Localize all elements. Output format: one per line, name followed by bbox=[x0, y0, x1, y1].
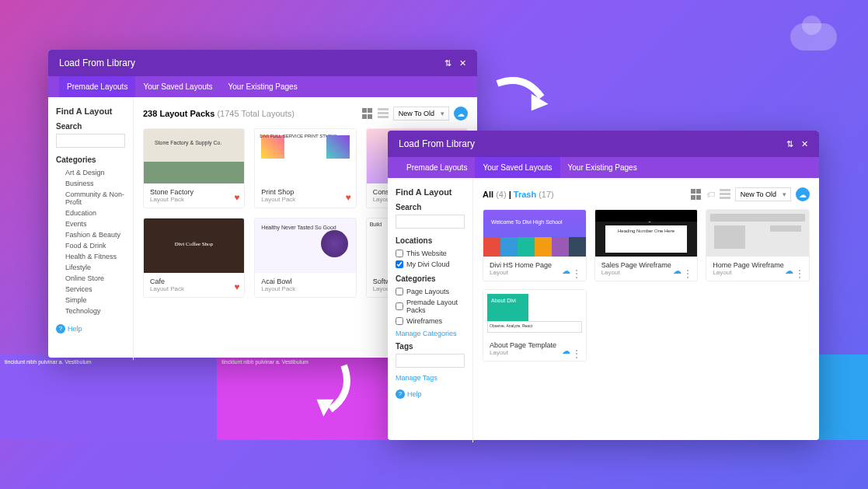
card-thumbnail: Welcome To Divi High School bbox=[483, 210, 586, 257]
layout-card[interactable]: DIVI FULL SERVICE PRINT STUDIO Print Sho… bbox=[254, 128, 356, 208]
cat-premade-packs[interactable]: Premade Layout Packs bbox=[396, 297, 465, 316]
tab-existing-pages[interactable]: Your Existing Pages bbox=[221, 76, 305, 97]
help-link[interactable]: Help bbox=[396, 389, 465, 399]
tags-input[interactable] bbox=[396, 354, 465, 368]
categories-label: Categories bbox=[56, 155, 125, 164]
manage-categories-link[interactable]: Manage Categories bbox=[396, 330, 465, 337]
search-label: Search bbox=[56, 122, 125, 131]
close-icon[interactable]: ✕ bbox=[459, 58, 466, 68]
cat-item[interactable]: Lifestyle bbox=[56, 262, 125, 273]
layout-card[interactable]: Healthy Never Tasted So Good Acai BowlLa… bbox=[254, 218, 356, 298]
cat-item[interactable]: Food & Drink bbox=[56, 240, 125, 251]
card-thumbnail: Stone Factory & Supply Co. bbox=[144, 129, 244, 183]
arrow-illustration bbox=[303, 358, 357, 428]
sidebar: Find A Layout Search + Filter Categories… bbox=[48, 97, 134, 360]
sort-dropdown[interactable]: New To Old bbox=[735, 187, 791, 201]
sidebar: Find A Layout Search + Filter Locations … bbox=[388, 178, 473, 442]
layout-count: 238 Layout Packs (1745 Total Layouts) bbox=[143, 109, 295, 118]
tab-premade-layouts[interactable]: Premade Layouts bbox=[399, 157, 475, 178]
decorative-cloud bbox=[790, 23, 837, 51]
location-this-website[interactable]: This Website bbox=[396, 248, 465, 259]
modal-tabs: Premade Layouts Your Saved Layouts Your … bbox=[388, 157, 819, 178]
sort-icon[interactable]: ⇅ bbox=[786, 139, 793, 149]
cat-item[interactable]: Community & Non-Profit bbox=[56, 189, 125, 208]
layout-card[interactable]: Stone Factory & Supply Co. Stone Factory… bbox=[143, 128, 245, 208]
more-icon[interactable]: ⋮ bbox=[572, 353, 581, 356]
cloud-icon: ☁ bbox=[785, 266, 793, 276]
category-list: Art & Design Business Community & Non-Pr… bbox=[56, 167, 125, 316]
modal-header: Load From Library ⇅ ✕ bbox=[48, 50, 477, 76]
cat-item[interactable]: Art & Design bbox=[56, 167, 125, 178]
modal-header: Load From Library ⇅ ✕ bbox=[388, 131, 819, 157]
layout-card[interactable]: Home Page WireframeLayout☁⋮ bbox=[706, 209, 810, 281]
cloud-sync-icon[interactable]: ☁ bbox=[454, 107, 468, 121]
tab-premade-layouts[interactable]: Premade Layouts bbox=[59, 76, 135, 97]
cat-item[interactable]: Health & Fitness bbox=[56, 251, 125, 262]
card-thumbnail: About Divi Observe, Analyze, React bbox=[483, 290, 586, 337]
search-input[interactable] bbox=[56, 134, 125, 148]
trash-link[interactable]: Trash bbox=[514, 190, 536, 199]
grid-view-icon[interactable] bbox=[691, 189, 702, 200]
card-thumbnail: Sales Page Title Heading Number One Here bbox=[595, 210, 698, 257]
card-thumbnail bbox=[706, 210, 809, 257]
layout-card[interactable]: About Divi Observe, Analyze, React About… bbox=[483, 289, 587, 362]
more-icon[interactable]: ⋮ bbox=[572, 273, 581, 276]
cat-item[interactable]: Online Store bbox=[56, 273, 125, 284]
modal-tabs: Premade Layouts Your Saved Layouts Your … bbox=[48, 76, 477, 97]
modal-title: Load From Library bbox=[399, 138, 475, 149]
cloud-icon: ☁ bbox=[562, 346, 570, 356]
cat-item[interactable]: Education bbox=[56, 208, 125, 218]
list-view-icon[interactable] bbox=[720, 189, 730, 200]
tags-label: Tags bbox=[396, 342, 465, 351]
search-label: Search bbox=[396, 203, 465, 211]
cat-item[interactable]: Business bbox=[56, 178, 125, 189]
cloud-sync-icon[interactable]: ☁ bbox=[796, 187, 810, 201]
tab-existing-pages[interactable]: Your Existing Pages bbox=[560, 157, 645, 178]
cat-wireframes[interactable]: Wireframes bbox=[396, 316, 465, 327]
cat-page-layouts[interactable]: Page Layouts bbox=[396, 286, 465, 297]
more-icon[interactable]: ⋮ bbox=[795, 273, 804, 276]
tag-view-icon[interactable]: 🏷 bbox=[706, 190, 715, 199]
tab-saved-layouts[interactable]: Your Saved Layouts bbox=[475, 157, 559, 178]
list-view-icon[interactable] bbox=[378, 108, 389, 119]
grid-view-icon[interactable] bbox=[362, 108, 373, 119]
sort-dropdown[interactable]: New To Old bbox=[393, 107, 449, 121]
locations-label: Locations bbox=[396, 236, 465, 245]
cat-item[interactable]: Events bbox=[56, 218, 125, 229]
manage-tags-link[interactable]: Manage Tags bbox=[396, 374, 465, 382]
card-thumbnail: Healthy Never Tasted So Good bbox=[255, 218, 355, 273]
main-content: All (4) | Trash (17) 🏷 New To Old ☁ Welc… bbox=[473, 178, 819, 442]
cloud-icon: ☁ bbox=[673, 266, 682, 276]
cat-item[interactable]: Services bbox=[56, 284, 125, 295]
heart-icon[interactable]: ♥ bbox=[346, 192, 351, 203]
close-icon[interactable]: ✕ bbox=[801, 139, 808, 149]
sort-icon[interactable]: ⇅ bbox=[444, 58, 451, 68]
sidebar-title: Find A Layout bbox=[396, 187, 465, 197]
card-thumbnail bbox=[144, 218, 244, 273]
library-modal-saved: Load From Library ⇅ ✕ Premade Layouts Yo… bbox=[388, 131, 819, 440]
layout-card[interactable]: Sales Page Title Heading Number One Here… bbox=[594, 209, 699, 281]
cat-item[interactable]: Simple bbox=[56, 295, 125, 306]
more-icon[interactable]: ⋮ bbox=[683, 273, 692, 276]
help-link[interactable]: Help bbox=[56, 324, 125, 334]
layout-card[interactable]: Welcome To Divi High School Divi HS Home… bbox=[483, 209, 587, 281]
cloud-icon: ☁ bbox=[562, 266, 570, 276]
arrow-illustration bbox=[490, 70, 559, 124]
cat-item[interactable]: Fashion & Beauty bbox=[56, 229, 125, 240]
categories-label: Categories bbox=[396, 274, 465, 283]
filter-counts: All (4) | Trash (17) bbox=[483, 190, 554, 199]
tab-saved-layouts[interactable]: Your Saved Layouts bbox=[135, 76, 220, 97]
heart-icon[interactable]: ♥ bbox=[234, 281, 239, 292]
cat-item[interactable]: Technology bbox=[56, 306, 125, 316]
heart-icon[interactable]: ♥ bbox=[234, 192, 239, 203]
sidebar-title: Find A Layout bbox=[56, 107, 125, 116]
modal-title: Load From Library bbox=[59, 58, 135, 68]
layout-card[interactable]: CafeLayout Pack♥ bbox=[143, 218, 245, 298]
card-thumbnail: DIVI FULL SERVICE PRINT STUDIO bbox=[255, 129, 355, 183]
location-divi-cloud[interactable]: My Divi Cloud bbox=[396, 259, 465, 270]
search-input[interactable] bbox=[396, 215, 465, 229]
